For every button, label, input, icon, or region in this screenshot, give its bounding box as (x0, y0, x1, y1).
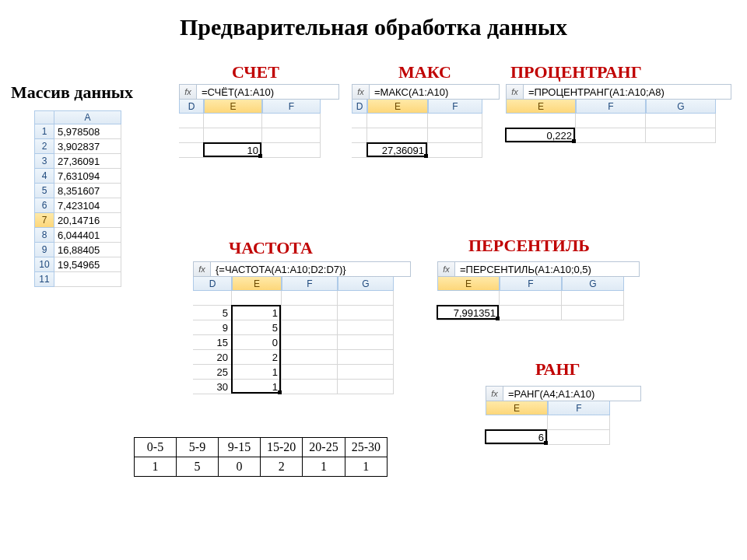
col-header: E (486, 401, 548, 415)
grid-cell[interactable] (338, 306, 394, 320)
grid-cell[interactable] (232, 291, 282, 306)
summary-header-cell: 0-5 (135, 438, 177, 457)
grid-cell[interactable] (646, 114, 716, 128)
grid-cell[interactable] (562, 291, 624, 306)
grid-cell[interactable] (338, 291, 394, 306)
grid-cell[interactable]: 6 (486, 430, 548, 445)
col-header: E (437, 277, 500, 291)
formula-bar[interactable]: =РАНГ(A4;A1:A10) (503, 387, 640, 401)
grid-cell[interactable] (282, 291, 338, 306)
col-header: G (646, 100, 716, 114)
grid-cell[interactable] (282, 335, 338, 350)
grid-cell[interactable] (204, 114, 262, 128)
grid-cell[interactable] (500, 306, 562, 320)
data-cell[interactable]: 20,14716 (54, 213, 121, 228)
grid-cell[interactable] (262, 114, 321, 128)
grid-cell[interactable] (282, 350, 338, 365)
grid-cell[interactable] (179, 128, 204, 143)
formula-bar[interactable]: {=ЧАСТОТА(A1:A10;D2:D7)} (211, 262, 410, 276)
grid-cell[interactable] (262, 143, 321, 158)
grid-cell[interactable] (486, 415, 548, 430)
grid-cell[interactable]: 1 (232, 306, 282, 320)
label-maks: МАКС (398, 62, 451, 82)
grid-cell[interactable] (428, 114, 482, 128)
grid-cell[interactable] (338, 335, 394, 350)
formula-bar[interactable]: =ПРОЦЕНТРАНГ(A1:A10;A8) (524, 85, 731, 99)
grid-cell[interactable]: 20 (193, 350, 232, 365)
grid-cell[interactable] (179, 143, 204, 158)
grid-cell[interactable]: 1 (232, 365, 282, 380)
grid-cell[interactable] (352, 128, 367, 143)
grid-cell[interactable]: 2 (232, 350, 282, 365)
data-cell[interactable]: 6,044401 (54, 228, 121, 243)
row-header: 6 (34, 198, 54, 213)
grid-cell[interactable] (367, 114, 428, 128)
col-header: D (352, 100, 367, 114)
col-header: F (428, 100, 482, 114)
fx-icon[interactable]: fx (180, 85, 197, 99)
grid-cell[interactable] (562, 306, 624, 320)
grid-cell[interactable] (646, 128, 716, 143)
fx-icon[interactable]: fx (486, 387, 503, 401)
grid-cell[interactable] (282, 320, 338, 335)
data-cell[interactable]: 3,902837 (54, 139, 121, 154)
grid-cell[interactable]: 0,222 (506, 128, 576, 143)
grid-cell[interactable] (338, 380, 394, 394)
formula-bar[interactable]: =ПЕРСЕНТИЛЬ(A1:A10;0,5) (455, 262, 639, 276)
summary-header-cell: 15-20 (261, 438, 303, 457)
grid-cell[interactable] (338, 320, 394, 335)
grid-cell[interactable] (428, 143, 482, 158)
formula-bar[interactable]: =СЧЁТ(A1:A10) (197, 85, 338, 99)
grid-cell[interactable] (576, 114, 646, 128)
grid-cell[interactable] (193, 291, 232, 306)
grid-cell[interactable] (282, 365, 338, 380)
data-cell[interactable]: 7,631094 (54, 169, 121, 184)
fx-icon[interactable]: fx (438, 262, 455, 276)
grid-cell[interactable] (506, 114, 576, 128)
data-cell[interactable]: 16,88405 (54, 243, 121, 257)
grid-cell[interactable]: 10 (204, 143, 262, 158)
grid-cell[interactable]: 5 (232, 320, 282, 335)
grid-cell[interactable] (204, 128, 262, 143)
grid-cell[interactable] (576, 128, 646, 143)
grid-cell[interactable] (282, 380, 338, 394)
grid-cell[interactable] (548, 430, 610, 445)
grid-cell[interactable] (500, 291, 562, 306)
grid-cell[interactable] (282, 306, 338, 320)
row-header: 2 (34, 139, 54, 154)
grid-cell[interactable] (179, 114, 204, 128)
col-header: F (500, 277, 562, 291)
grid-cell[interactable]: 1 (232, 380, 282, 394)
row-header: 5 (34, 184, 54, 198)
grid-cell[interactable] (428, 128, 482, 143)
fx-icon[interactable]: fx (352, 85, 370, 99)
fx-icon[interactable]: fx (194, 262, 211, 276)
data-cell[interactable]: 27,36091 (54, 154, 121, 169)
grid-cell[interactable] (437, 291, 500, 306)
grid-cell[interactable] (338, 350, 394, 365)
grid-cell[interactable]: 5 (193, 306, 232, 320)
grid-cell[interactable] (548, 415, 610, 430)
grid-cell[interactable] (262, 128, 321, 143)
grid-cell[interactable]: 15 (193, 335, 232, 350)
grid-cell[interactable]: 30 (193, 380, 232, 394)
data-array-snippet: A15,97850823,902837327,3609147,63109458,… (34, 110, 121, 287)
data-cell[interactable]: 7,423104 (54, 198, 121, 213)
label-schet: СЧЕТ (232, 62, 279, 82)
data-cell[interactable] (54, 272, 121, 287)
data-cell[interactable]: 19,54965 (54, 257, 121, 272)
grid-cell[interactable] (352, 114, 367, 128)
grid-cell[interactable]: 25 (193, 365, 232, 380)
col-header: F (576, 100, 646, 114)
formula-bar[interactable]: =МАКС(A1:A10) (370, 85, 499, 99)
grid-cell[interactable]: 7,991351 (437, 306, 500, 320)
grid-cell[interactable] (352, 143, 367, 158)
grid-cell[interactable] (338, 365, 394, 380)
grid-cell[interactable] (367, 128, 428, 143)
data-cell[interactable]: 8,351607 (54, 184, 121, 198)
data-cell[interactable]: 5,978508 (54, 124, 121, 139)
grid-cell[interactable]: 27,36091 (367, 143, 428, 158)
fx-icon[interactable]: fx (507, 85, 524, 99)
grid-cell[interactable]: 9 (193, 320, 232, 335)
grid-cell[interactable]: 0 (232, 335, 282, 350)
